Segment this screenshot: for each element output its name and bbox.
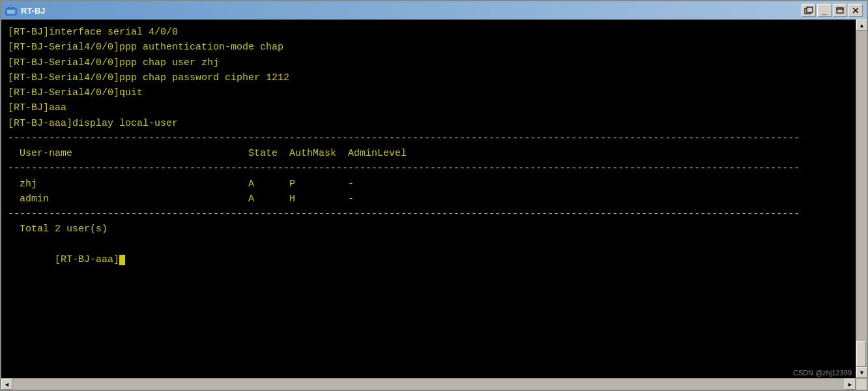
scroll-up-button[interactable]: ▲ (856, 20, 867, 31)
scrollbar-corner (856, 379, 867, 390)
window-title: RT-BJ (21, 6, 46, 16)
restore-button[interactable] (802, 4, 816, 17)
separator-2: ----------------------------------------… (8, 161, 849, 176)
horizontal-scrollbar-container: ◄ ► (1, 378, 867, 390)
terminal-line-5: [RT-BJ-Serial4/0/0]quit (8, 85, 849, 100)
terminal-line-6: [RT-BJ]aaa (8, 100, 849, 115)
terminal-prompt: [RT-BJ-aaa] (8, 237, 849, 283)
scroll-right-button[interactable]: ► (845, 379, 856, 390)
vertical-scrollbar[interactable]: ▲ ▼ (856, 20, 867, 378)
terminal-content: [RT-BJ]interface serial 4/0/0 [RT-BJ-Ser… (1, 20, 856, 378)
table-row-1: zhj A P - (8, 177, 849, 192)
maximize-button[interactable] (833, 4, 847, 17)
title-bar-buttons: _ (802, 4, 863, 17)
scroll-left-button[interactable]: ◄ (1, 379, 12, 390)
total-users: Total 2 user(s) (8, 222, 849, 237)
horizontal-scrollbar[interactable]: ◄ ► (1, 379, 856, 390)
cursor (119, 255, 125, 265)
svg-point-2 (10, 5, 12, 8)
table-row-2: admin A H - (8, 192, 849, 207)
scroll-track-horizontal[interactable] (12, 379, 845, 390)
scroll-down-button[interactable]: ▼ (856, 367, 867, 378)
svg-rect-1 (7, 10, 15, 14)
terminal-line-1: [RT-BJ]interface serial 4/0/0 (8, 25, 849, 40)
svg-rect-4 (807, 7, 813, 12)
table-header: User-name State AuthMask AdminLevel (8, 146, 849, 161)
minimize-button[interactable]: _ (817, 4, 832, 17)
terminal-line-3: [RT-BJ-Serial4/0/0]ppp chap user zhj (8, 55, 849, 70)
close-button[interactable] (848, 4, 863, 17)
main-window: RT-BJ _ (0, 0, 868, 391)
terminal-line-2: [RT-BJ-Serial4/0/0]ppp authentication-mo… (8, 40, 849, 55)
separator-1: ----------------------------------------… (8, 131, 849, 146)
title-bar-left: RT-BJ (5, 5, 46, 16)
scroll-track-vertical[interactable] (856, 31, 867, 367)
terminal-body[interactable]: [RT-BJ]interface serial 4/0/0 [RT-BJ-Ser… (1, 20, 867, 378)
title-bar: RT-BJ _ (1, 1, 867, 20)
separator-3: ----------------------------------------… (8, 207, 849, 222)
app-icon (5, 5, 17, 16)
scroll-thumb-vertical[interactable] (856, 341, 866, 367)
terminal-line-7: [RT-BJ-aaa]display local-user (8, 116, 849, 131)
terminal-line-4: [RT-BJ-Serial4/0/0]ppp chap password cip… (8, 70, 849, 85)
svg-rect-5 (837, 8, 843, 13)
